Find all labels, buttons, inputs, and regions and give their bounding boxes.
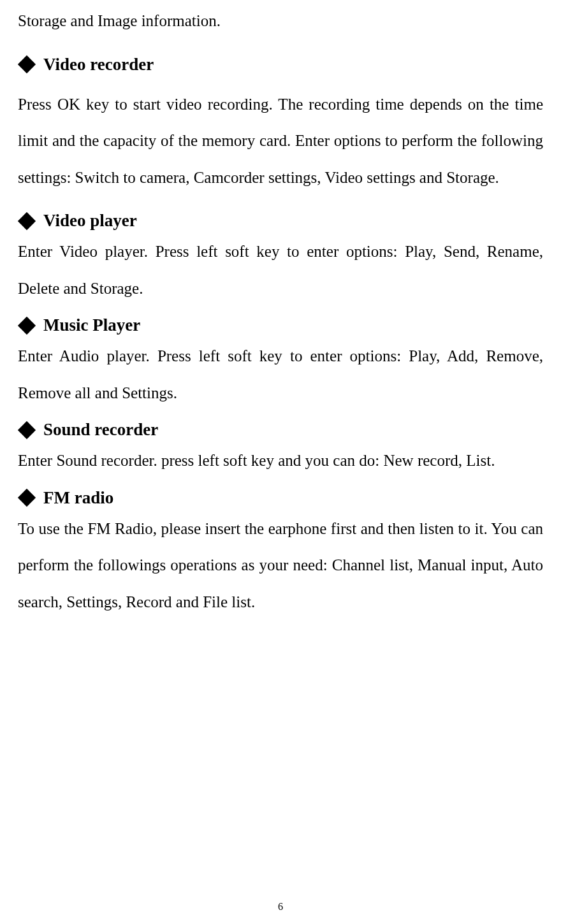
body-text: Press OK key to start video recording. T… [18, 86, 543, 196]
section-fm-radio: FM radio To use the FM Radio, please ins… [18, 488, 543, 621]
diamond-bullet-icon [18, 489, 36, 507]
heading-row: Music Player [18, 315, 543, 335]
body-text: Enter Sound recorder. press left soft ke… [18, 442, 543, 479]
heading-text: Sound recorder [43, 420, 158, 440]
heading-row: Sound recorder [18, 420, 543, 440]
heading-row: Video recorder [18, 55, 543, 75]
heading-text: FM radio [43, 488, 113, 508]
page-number: 6 [278, 901, 283, 913]
body-text: To use the FM Radio, please insert the e… [18, 510, 543, 621]
heading-text: Video recorder [43, 55, 154, 75]
diamond-bullet-icon [18, 421, 36, 438]
intro-text: Storage and Image information. [18, 3, 543, 40]
diamond-bullet-icon [18, 55, 36, 73]
heading-text: Music Player [43, 315, 140, 335]
diamond-bullet-icon [18, 316, 36, 334]
heading-row: FM radio [18, 488, 543, 508]
section-music-player: Music Player Enter Audio player. Press l… [18, 315, 543, 411]
section-sound-recorder: Sound recorder Enter Sound recorder. pre… [18, 420, 543, 479]
heading-text: Video player [43, 211, 137, 231]
diamond-bullet-icon [18, 212, 36, 229]
body-text: Enter Audio player. Press left soft key … [18, 338, 543, 411]
section-video-player: Video player Enter Video player. Press l… [18, 211, 543, 307]
section-video-recorder: Video recorder Press OK key to start vid… [18, 55, 543, 196]
heading-row: Video player [18, 211, 543, 231]
body-text: Enter Video player. Press left soft key … [18, 233, 543, 307]
